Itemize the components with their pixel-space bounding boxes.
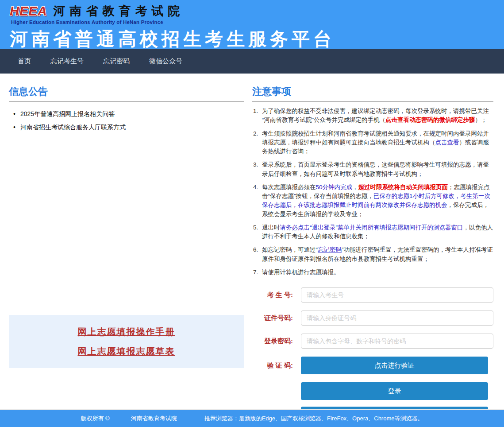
note-text: 请务必点击“退出登录”菜单并关闭所有填报志愿期间打开的浏览器窗口 (280, 224, 463, 231)
announcements-column: 信息公告 2025年普通高招网上报名相关问答河南省招生考试综合服务大厅联系方式 … (9, 85, 244, 409)
page: HEEA 河南省教育考试院 Higher Education Examinati… (0, 0, 504, 427)
captcha-row: 验 证 码: 点击进行验证 (252, 357, 493, 374)
note-text: 超过时限系统将自动关闭填报页面 (358, 184, 448, 190)
note-inline-link[interactable]: 点击查看 (435, 139, 459, 146)
captcha-label: 验 证 码: (252, 361, 293, 370)
quick-links-box: 网上志愿填报操作手册网上志愿填报志愿草表 (9, 315, 244, 368)
announcements-title: 信息公告 (9, 85, 244, 101)
footer-browser-note: 推荐浏览器：最新版的Edge、国产双核浏览器、FireFox、Opera、Chr… (204, 415, 423, 423)
heea-logo: HEEA (10, 4, 50, 19)
nav-item-forgot-examinee-no[interactable]: 忘记考生号 (50, 57, 84, 66)
notes-list: 1.为了确保您的权益不受非法侵害，建议绑定动态密码，每次登录系统时，请携带已关注… (252, 107, 493, 277)
note-text: 请使用计算机进行志愿填报。 (262, 269, 340, 276)
note-item: 4.每次志愿填报必须在50分钟内完成，超过时限系统将自动关闭填报页面；志愿填报完… (252, 183, 493, 219)
quick-link-volunteer-manual[interactable]: 网上志愿填报操作手册 (78, 326, 175, 338)
login-form: 考 生 号:证件号码:登录密码: 验 证 码: 点击进行验证 登录 考生注册 (252, 287, 493, 409)
announcement-link[interactable]: 2025年普通高招网上报名相关问答 (9, 108, 244, 121)
logo-row: HEEA 河南省教育考试院 (10, 3, 504, 19)
org-name-cn: 河南省教育考试院 (54, 3, 185, 19)
note-item: 3.登录系统后，首页显示登录考生的资格信息，这些信息将影响考生可填报的志愿，请登… (252, 160, 493, 179)
note-item: 5.退出时请务必点击“退出登录”菜单并关闭所有填报志愿期间打开的浏览器窗口，以免… (252, 223, 493, 241)
note-text: 退出时 (262, 224, 280, 231)
note-text: ， (352, 184, 358, 190)
main-nav: 首页忘记考生号忘记密码微信公众号 (0, 49, 504, 74)
note-item: 2.考生须按照院校招生计划和河南省教育考试院相关通知要求，在规定时间内登录网站并… (252, 129, 493, 156)
captcha-verify-button[interactable]: 点击进行验证 (301, 357, 488, 374)
footer-owner: 河南省教育考试院 (131, 415, 177, 423)
footer-copyright: 版权所有 © (81, 415, 110, 423)
nav-item-forgot-password[interactable]: 忘记密码 (103, 57, 130, 66)
site-header: HEEA 河南省教育考试院 Higher Education Examinati… (0, 0, 504, 49)
note-text: 50分钟内完成 (316, 184, 353, 190)
note-item: 6.如忘记密码，可通过“忘记密码”功能进行密码重置，无法重置密码的，考生本人持准… (252, 245, 493, 264)
note-number: 3. (253, 160, 258, 169)
note-text: ）； (475, 116, 487, 123)
examinee-no-row: 考 生 号: (252, 287, 493, 303)
id-number-label: 证件号码: (252, 314, 293, 322)
nav-item-wechat-official[interactable]: 微信公众号 (149, 57, 182, 66)
password-label: 登录密码: (252, 337, 293, 345)
login-button-row: 登录 (301, 382, 488, 400)
id-number-input[interactable] (301, 311, 493, 326)
note-inline-link[interactable]: 点击查看动态密码的微信绑定步骤 (385, 116, 475, 123)
note-number: 6. (253, 245, 258, 254)
examinee-no-label: 考 生 号: (252, 291, 293, 299)
note-item: 1.为了确保您的权益不受非法侵害，建议绑定动态密码，每次登录系统时，请携带已关注… (252, 107, 493, 125)
note-inline-link[interactable]: 忘记密码 (318, 246, 342, 253)
note-number: 1. (253, 107, 258, 116)
note-text: 如忘记密码，可通过“ (262, 246, 318, 253)
note-number: 7. (253, 268, 258, 277)
note-number: 5. (253, 223, 258, 232)
nav-item-home[interactable]: 首页 (18, 57, 31, 66)
page-title: 河南省普通高校招生考生服务平台 (10, 27, 504, 51)
note-text: 登录系统后，首页显示登录考生的资格信息，这些信息将影响考生可填报的志愿，请登录后… (262, 161, 489, 177)
site-footer: 版权所有 © 河南省教育考试院 推荐浏览器：最新版的Edge、国产双核浏览器、F… (0, 409, 504, 427)
examinee-no-input[interactable] (301, 287, 493, 303)
notes-login-column: 注意事项 1.为了确保您的权益不受非法侵害，建议绑定动态密码，每次登录系统时，请… (252, 85, 493, 409)
password-row: 登录密码: (252, 334, 493, 349)
login-button[interactable]: 登录 (301, 382, 488, 400)
notes-title: 注意事项 (252, 85, 493, 101)
quick-link-volunteer-draft[interactable]: 网上志愿填报志愿草表 (78, 345, 175, 357)
id-number-row: 证件号码: (252, 311, 493, 326)
main-content: 信息公告 2025年普通高招网上报名相关问答河南省招生考试综合服务大厅联系方式 … (0, 74, 504, 409)
announcements-list: 2025年普通高招网上报名相关问答河南省招生考试综合服务大厅联系方式 (9, 108, 244, 134)
org-name-en: Higher Education Examinations Authority … (11, 19, 504, 25)
password-input[interactable] (301, 334, 493, 349)
note-text: 每次志愿填报必须在 (262, 184, 316, 190)
note-item: 7.请使用计算机进行志愿填报。 (252, 268, 493, 277)
note-number: 4. (253, 183, 258, 192)
note-number: 2. (253, 129, 258, 138)
announcement-link[interactable]: 河南省招生考试综合服务大厅联系方式 (9, 121, 244, 134)
